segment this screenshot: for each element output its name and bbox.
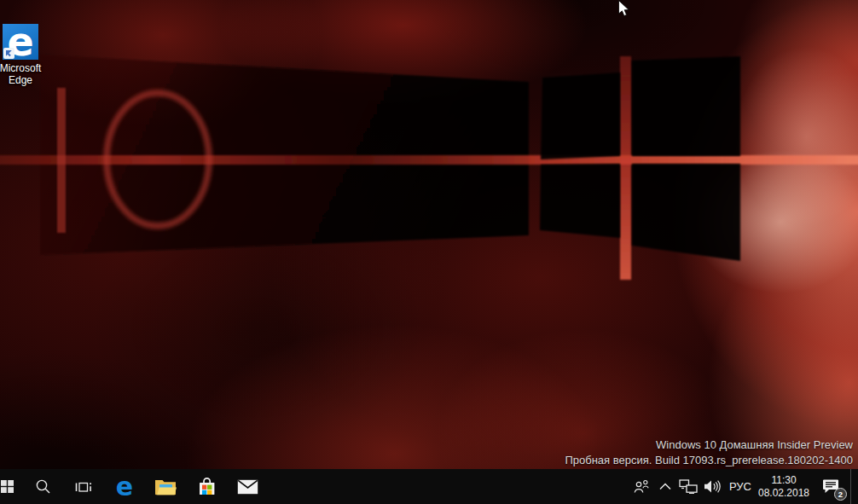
edge-icon: e (116, 474, 133, 500)
store-icon (196, 477, 217, 497)
search-icon (35, 478, 51, 495)
mail-icon (237, 479, 258, 495)
file-explorer-button[interactable] (145, 469, 186, 504)
taskbar-edge-button[interactable]: e (104, 469, 145, 504)
desktop-icon-microsoft-edge[interactable]: e Microsoft Edge (0, 24, 41, 86)
logo-wall-pane (40, 55, 529, 255)
taskbar: e (0, 469, 858, 504)
shortcut-arrow-icon (3, 48, 14, 59)
network-button[interactable] (675, 469, 700, 504)
desktop-icon-label: Microsoft Edge (0, 62, 41, 86)
task-view-button[interactable] (63, 469, 104, 504)
wallpaper-windows-logo (0, 0, 858, 504)
watermark-line2: Пробная версия. Build 17093.rs_prereleas… (565, 453, 853, 468)
logo-vertical-beam (620, 56, 631, 280)
taskbar-tray: РУС 11:30 08.02.2018 2 (629, 469, 858, 504)
clock[interactable]: 11:30 08.02.2018 (757, 469, 811, 504)
clock-date: 08.02.2018 (758, 487, 809, 500)
language-indicator[interactable]: РУС (724, 469, 757, 504)
file-explorer-icon (154, 478, 177, 495)
people-button[interactable] (629, 469, 654, 504)
notification-badge: 2 (834, 488, 847, 501)
windows-logo-icon (1, 480, 14, 493)
logo-horizontal-beam (0, 155, 858, 165)
ethernet-network-icon (679, 479, 698, 494)
action-center-button[interactable]: 2 (811, 469, 850, 504)
mail-button[interactable] (227, 469, 268, 504)
ten-digit-one (57, 88, 66, 233)
task-view-icon (75, 479, 92, 495)
start-button[interactable] (0, 469, 22, 504)
taskbar-left-group: e (0, 469, 268, 504)
volume-button[interactable] (700, 469, 724, 504)
insider-watermark: Windows 10 Домашняя Insider Preview Проб… (565, 437, 853, 468)
mouse-cursor (617, 0, 630, 18)
clock-time: 11:30 (771, 474, 796, 487)
people-icon (633, 479, 650, 494)
logo-pane-mid-bottom (540, 164, 620, 238)
store-button[interactable] (186, 469, 227, 504)
logo-pane-right-top (632, 56, 740, 156)
show-desktop-button[interactable] (850, 469, 858, 504)
volume-icon (704, 479, 722, 494)
logo-pane-mid-top (541, 72, 620, 159)
search-button[interactable] (22, 469, 63, 504)
show-hidden-icons-button[interactable] (654, 469, 675, 504)
chevron-up-icon (659, 483, 671, 490)
logo-pane-right-bottom (632, 164, 740, 261)
watermark-line1: Windows 10 Домашняя Insider Preview (565, 437, 853, 453)
edge-tile-icon: e (3, 24, 38, 60)
desktop: e Microsoft Edge Windows 10 Домашняя Ins… (0, 0, 858, 504)
